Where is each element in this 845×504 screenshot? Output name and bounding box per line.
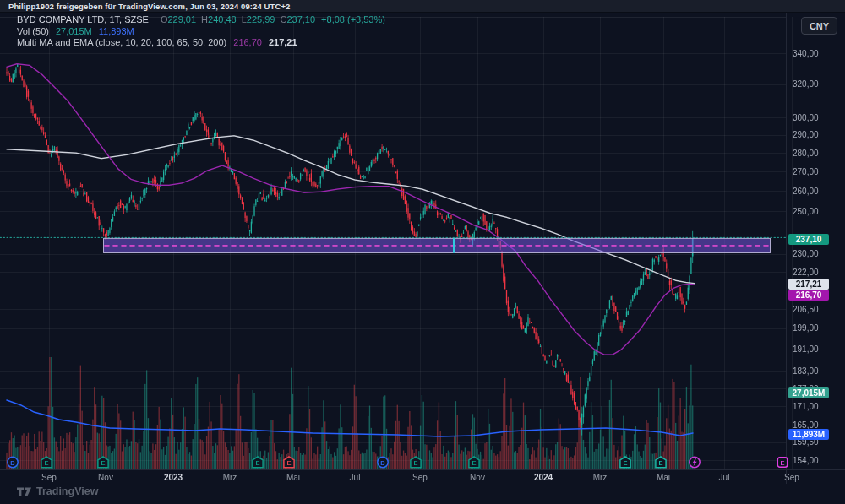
price-axis-label: 206,50 xyxy=(793,305,819,314)
price-axis-label: 183,00 xyxy=(793,366,819,376)
price-badge: 11,893M xyxy=(788,429,829,440)
svg-text:E: E xyxy=(413,459,417,467)
svg-text:E: E xyxy=(286,459,291,467)
price-axis-label: 171,00 xyxy=(793,402,819,411)
earnings-icon[interactable]: E xyxy=(97,456,110,469)
earnings-icon[interactable]: E xyxy=(619,456,632,469)
time-axis-label: Mrz xyxy=(223,473,237,482)
earnings-icon[interactable]: E xyxy=(410,456,422,469)
ohlc-values: O229,01H240,48L225,99C237,10 xyxy=(155,14,315,24)
tradingview-logo[interactable]: TradingView xyxy=(17,484,98,499)
change-value: +8,08 (+3,53%) xyxy=(321,14,385,24)
price-axis-label: 260,00 xyxy=(793,187,819,196)
volume-indicator-label[interactable]: Vol (50) xyxy=(17,26,49,36)
tradingview-logo-icon xyxy=(17,486,32,497)
price-axis-separator xyxy=(786,12,787,484)
price-axis-label: 280,00 xyxy=(793,149,819,158)
legend-volume-row[interactable]: Vol (50)27,015M11,893M xyxy=(17,26,385,38)
svg-text:E: E xyxy=(44,459,48,467)
attribution-text: Philipp1902 freigegeben für TradingView.… xyxy=(8,2,290,11)
svg-text:E: E xyxy=(472,459,476,467)
tradingview-chart-window: Philipp1902 freigegeben für TradingView.… xyxy=(0,0,845,504)
earnings-icon[interactable]: E xyxy=(655,456,668,469)
time-axis-label: Jul xyxy=(719,473,730,482)
time-axis-separator xyxy=(0,469,845,470)
dividend-icon[interactable]: D xyxy=(377,456,390,469)
price-axis-label: 230,00 xyxy=(793,249,819,258)
price-badge: 237,10 xyxy=(788,234,829,245)
flash-icon[interactable] xyxy=(689,456,701,469)
volume-ma-value: 11,893M xyxy=(99,26,134,36)
time-axis-label: 2023 xyxy=(164,473,183,482)
price-axis-label: 250,00 xyxy=(793,207,819,216)
ohlc-value-H: 240,48 xyxy=(208,14,237,24)
price-axis-label: 290,00 xyxy=(793,130,819,139)
currency-button[interactable]: CNY xyxy=(801,17,837,35)
time-axis-label: Nov xyxy=(470,473,485,482)
chart-legend: BYD COMPANY LTD, 1T, SZSEO229,01H240,48L… xyxy=(17,14,385,49)
price-axis-label: 340,00 xyxy=(793,49,819,58)
time-axis-label: Mai xyxy=(286,473,300,482)
svg-text:E: E xyxy=(780,459,784,467)
earnings-icon[interactable]: E xyxy=(252,456,264,469)
time-axis-label: Sep xyxy=(784,473,799,482)
price-axis-label: 154,00 xyxy=(793,456,819,465)
time-axis-label: Jul xyxy=(350,473,361,482)
price-axis-label: 165,00 xyxy=(793,420,819,430)
attribution-bar: Philipp1902 freigegeben für TradingView.… xyxy=(0,0,845,13)
earnings-icon[interactable]: E xyxy=(777,456,789,469)
earnings-icon[interactable]: E xyxy=(283,456,296,469)
ohlc-value-L: 225,99 xyxy=(247,14,275,24)
time-axis-label: 2024 xyxy=(534,473,553,482)
dividend-icon[interactable]: D xyxy=(7,456,19,469)
ma-indicator-label[interactable]: Multi MA and EMA (close, 10, 20, 100, 65… xyxy=(17,37,226,47)
price-badge: 217,21 xyxy=(788,279,829,290)
ohlc-key-H: H xyxy=(201,14,208,24)
ma-value: 217,21 xyxy=(269,37,297,47)
earnings-icon[interactable]: E xyxy=(468,456,481,469)
time-axis-label: Nov xyxy=(98,473,113,482)
price-badge: 27,015M xyxy=(788,387,829,398)
time-axis-label: Sep xyxy=(412,473,428,482)
symbol-title[interactable]: BYD COMPANY LTD, 1T, SZSE xyxy=(17,14,149,24)
ohlc-value-C: 237,10 xyxy=(286,14,315,24)
tradingview-logo-text: TradingView xyxy=(36,485,98,497)
price-axis-label: 191,00 xyxy=(793,344,819,354)
ohlc-value-O: 229,01 xyxy=(167,14,196,24)
price-badge: 216,70 xyxy=(788,290,829,301)
svg-text:D: D xyxy=(380,459,385,467)
price-axis-label: 222,00 xyxy=(793,268,819,277)
price-axis-label: 270,00 xyxy=(793,167,819,176)
svg-text:E: E xyxy=(623,459,627,467)
time-axis-label: Sep xyxy=(41,473,57,482)
svg-text:E: E xyxy=(101,459,105,467)
legend-symbol-row[interactable]: BYD COMPANY LTD, 1T, SZSEO229,01H240,48L… xyxy=(17,14,385,26)
svg-text:E: E xyxy=(658,459,662,467)
svg-text:D: D xyxy=(10,459,15,467)
price-axis-label: 300,00 xyxy=(793,113,819,122)
volume-value: 27,015M xyxy=(56,26,92,36)
legend-ma-row[interactable]: Multi MA and EMA (close, 10, 20, 100, 65… xyxy=(17,37,385,49)
ema-value: 216,70 xyxy=(233,37,262,47)
price-axis-label: 199,00 xyxy=(793,323,819,333)
time-axis-label: Mai xyxy=(657,473,670,482)
price-axis-label: 320,00 xyxy=(793,79,819,89)
time-axis-label: Mrz xyxy=(593,473,608,482)
candlestick-chart-canvas[interactable] xyxy=(0,0,845,504)
svg-text:E: E xyxy=(255,459,259,467)
earnings-icon[interactable]: E xyxy=(41,456,53,469)
